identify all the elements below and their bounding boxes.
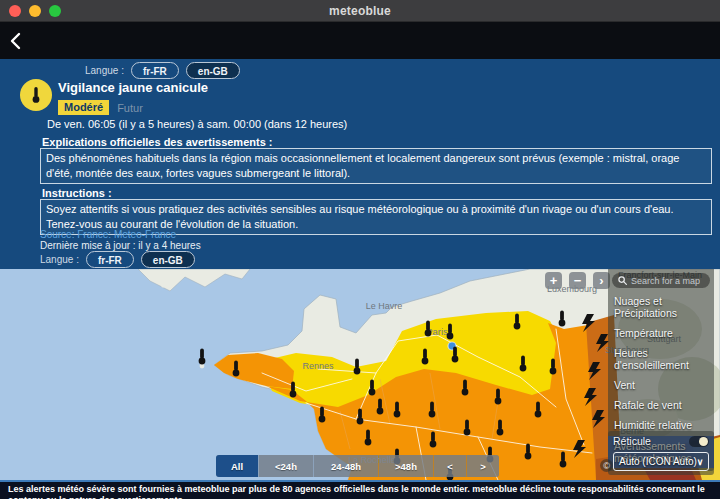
- time-prev-button[interactable]: <: [434, 455, 466, 477]
- reticule-toggle[interactable]: [689, 436, 709, 447]
- warning-section: Langue : fr-FR en-GB Vigilance jaune can…: [0, 59, 720, 269]
- language-label: Langue :: [85, 65, 124, 76]
- zoom-in-button[interactable]: +: [545, 272, 562, 289]
- map-attribution-button[interactable]: ©: [600, 459, 613, 472]
- language-button-fr[interactable]: fr-FR: [86, 251, 134, 268]
- time-filter-24h[interactable]: <24h: [259, 455, 313, 477]
- instructions-label: Instructions :: [42, 187, 112, 199]
- last-update: Dernière mise à jour : il y a 4 heures: [40, 240, 201, 251]
- map-search-input[interactable]: Search for a map: [612, 273, 710, 288]
- status-badge: Futur: [117, 102, 143, 114]
- search-icon: [618, 276, 627, 285]
- language-label: Langue :: [40, 254, 79, 265]
- window-title: meteoblue: [0, 4, 720, 18]
- warning-time-range: De ven. 06:05 (il y a 5 heures) à sam. 0…: [47, 118, 347, 130]
- layer-item-gust[interactable]: Rafale de vent: [608, 395, 714, 415]
- heatwave-warning-icon: [20, 79, 52, 111]
- warning-header: Vigilance jaune canicule Modéré Futur: [20, 79, 208, 115]
- thermometer-icon: [29, 86, 43, 104]
- city-label: Rennes: [302, 361, 334, 371]
- model-selector-dropdown[interactable]: Auto (ICON Auto) ∨: [613, 452, 709, 471]
- time-next-button[interactable]: >: [467, 455, 499, 477]
- source-link[interactable]: Source: France: Meteo-France: [40, 229, 176, 240]
- city-label: Le Havre: [366, 301, 403, 311]
- app-window: meteoblue Langue : fr-FR en-GB Vigilance…: [0, 0, 720, 499]
- warning-title: Vigilance jaune canicule: [58, 80, 208, 95]
- time-filter-all[interactable]: All: [216, 455, 258, 477]
- time-filter-48h[interactable]: >48h: [379, 455, 433, 477]
- reticule-label: Réticule: [613, 435, 651, 447]
- disclaimer-footer: Les alertes météo sévère sont fournies à…: [0, 480, 720, 499]
- chevron-left-icon: [10, 32, 21, 50]
- warning-map[interactable]: Le HavreParisRennesLuxembourgLa Rochelle…: [0, 269, 720, 480]
- language-button-en[interactable]: en-GB: [186, 62, 240, 79]
- disclaimer-text: Les alertes météo sévère sont fournies à…: [0, 482, 720, 499]
- explanations-label: Explications officielles des avertisseme…: [42, 136, 272, 148]
- layer-item-sunshine[interactable]: Heures d'ensoleillement: [608, 343, 714, 375]
- titlebar: meteoblue: [0, 0, 720, 22]
- explanations-text: Des phénomènes habituels dans la région …: [40, 148, 712, 184]
- language-switcher-bottom: Langue : fr-FR en-GB: [40, 251, 195, 268]
- map-zoom-controls: + − ›: [545, 272, 610, 289]
- layer-item-clouds[interactable]: Nuages et Précipitations: [608, 291, 714, 323]
- map-tool-panel: Réticule Auto (ICON Auto) ∨: [608, 431, 714, 475]
- top-nav: [0, 22, 720, 59]
- severity-badge: Modéré: [58, 100, 109, 115]
- search-placeholder: Search for a map: [631, 276, 700, 286]
- layer-item-wind[interactable]: Vent: [608, 375, 714, 395]
- time-filter-bar: All <24h 24-48h >48h < >: [216, 455, 499, 477]
- language-button-en[interactable]: en-GB: [141, 251, 195, 268]
- chevron-down-icon: ∨: [697, 457, 704, 467]
- back-button[interactable]: [10, 29, 32, 53]
- language-switcher-top: Langue : fr-FR en-GB: [85, 62, 240, 79]
- model-selector-value: Auto (ICON Auto): [619, 456, 697, 467]
- language-button-fr[interactable]: fr-FR: [131, 62, 179, 79]
- zoom-out-button[interactable]: −: [569, 272, 586, 289]
- layer-item-temperature[interactable]: Température: [608, 323, 714, 343]
- time-filter-24-48h[interactable]: 24-48h: [314, 455, 378, 477]
